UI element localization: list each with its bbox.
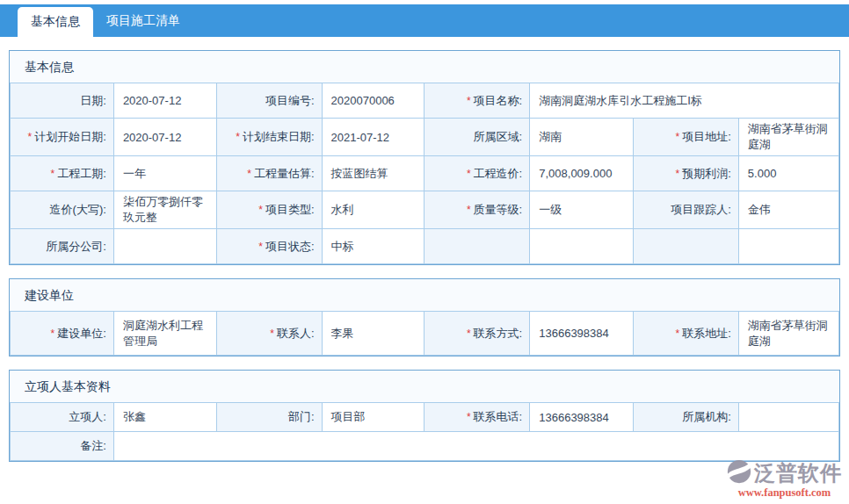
label-project-status-text: 项目状态:	[265, 240, 315, 253]
required-asterisk: *	[51, 168, 55, 180]
value-quantity-estimate: 按蓝图结算	[322, 156, 424, 191]
value-plan-end-date: 2021-07-12	[322, 119, 424, 156]
label-organization-text: 所属机构:	[682, 410, 731, 423]
label-project-tracker: 项目跟踪人:	[634, 191, 739, 229]
table-row: 备注:	[11, 432, 839, 461]
value-project-tracker: 金伟	[738, 191, 838, 229]
label-construction-unit: *建设单位:	[11, 312, 114, 356]
label-expected-profit-text: 预期利润:	[682, 167, 731, 180]
value-cost-in-words: 柒佰万零捌仟零玖元整	[113, 191, 216, 229]
label-cost-in-words: 造价(大写):	[11, 191, 114, 229]
fanpu-watermark: 泛普软件 www.fanpusoft.com	[727, 459, 842, 500]
label-project-tracker-text: 项目跟踪人:	[671, 203, 731, 216]
label-contact-method: *联系方式:	[424, 312, 530, 356]
required-asterisk: *	[28, 131, 33, 143]
label-quantity-estimate-text: 工程量估算:	[254, 167, 315, 180]
required-asterisk: *	[258, 241, 263, 253]
value-project-duration: 一年	[113, 156, 216, 191]
label-contact-address: *联系地址:	[634, 312, 739, 356]
value-applicant: 张鑫	[113, 403, 216, 432]
label-quantity-estimate: *工程量估算:	[216, 156, 322, 191]
value-empty-1	[530, 229, 634, 264]
label-contact-phone-text: 联系电话:	[474, 410, 523, 423]
value-department: 项目部	[322, 403, 424, 432]
tab-basic-info[interactable]: 基本信息	[18, 7, 93, 37]
required-asterisk: *	[467, 328, 471, 340]
value-contact-method: 13666398384	[530, 312, 634, 356]
label-cost-in-words-text: 造价(大写):	[50, 203, 106, 216]
required-asterisk: *	[467, 168, 471, 180]
label-project-code: 项目编号:	[216, 83, 322, 119]
required-asterisk: *	[236, 131, 240, 143]
watermark-brand-text: 泛普软件	[754, 462, 842, 485]
label-quality-grade: *质量等级:	[424, 191, 530, 229]
section-applicant-info-title: 立项人基本资料	[10, 371, 839, 402]
value-quality-grade: 一级	[530, 191, 634, 229]
label-contact-person-text: 联系人:	[277, 327, 315, 340]
value-project-address: 湖南省茅草街洞庭湖	[738, 119, 838, 156]
label-project-name-text: 项目名称:	[474, 94, 523, 107]
label-project-code-text: 项目编号:	[265, 94, 315, 107]
section-construction-unit-title: 建设单位	[10, 279, 839, 311]
value-contact-phone: 13666398384	[530, 403, 634, 432]
required-asterisk: *	[467, 95, 471, 107]
section-construction-unit: 建设单位 *建设单位: 洞庭湖水利工程管理局 *联系人: 李果 *联系方式: 1…	[9, 278, 840, 356]
required-asterisk: *	[247, 168, 251, 180]
label-project-address-text: 项目地址:	[682, 130, 731, 143]
required-asterisk: *	[676, 131, 680, 143]
label-project-type: *项目类型:	[216, 191, 322, 229]
tab-project-construction-list[interactable]: 项目施工清单	[93, 4, 193, 37]
required-asterisk: *	[676, 328, 680, 340]
table-row: 所属分公司: *项目状态: 中标	[11, 229, 839, 264]
label-contact-method-text: 联系方式:	[474, 327, 523, 340]
value-date: 2020-07-12	[113, 83, 216, 119]
watermark-url-text: www.fanpusoft.com	[727, 486, 842, 500]
label-plan-start-date: *计划开始日期:	[11, 119, 114, 156]
table-row: *工程工期: 一年 *工程量估算: 按蓝图结算 *工程造价: 7,008,009…	[11, 156, 839, 191]
label-organization: 所属机构:	[634, 403, 739, 432]
label-project-type-text: 项目类型:	[265, 203, 315, 216]
table-row: 立项人: 张鑫 部门: 项目部 *联系电话: 13666398384 所属机构:	[11, 403, 839, 432]
label-project-cost: *工程造价:	[424, 156, 530, 191]
label-contact-address-text: 联系地址:	[682, 327, 731, 340]
required-asterisk: *	[467, 411, 471, 423]
table-row: *计划开始日期: 2020-07-12 *计划结束日期: 2021-07-12 …	[11, 119, 839, 156]
label-project-duration-text: 工程工期:	[57, 167, 106, 180]
section-basic-info: 基本信息 日期: 2020-07-12 项目编号: 2020070006 *项目…	[9, 50, 840, 265]
required-asterisk: *	[676, 168, 680, 180]
label-contact-phone: *联系电话:	[424, 403, 530, 432]
table-row: *建设单位: 洞庭湖水利工程管理局 *联系人: 李果 *联系方式: 136663…	[11, 312, 839, 356]
label-contact-person: *联系人:	[216, 312, 322, 356]
value-project-type: 水利	[322, 191, 424, 229]
value-remark	[113, 432, 838, 461]
construction-unit-table: *建设单位: 洞庭湖水利工程管理局 *联系人: 李果 *联系方式: 136663…	[10, 311, 839, 356]
label-branch-company-text: 所属分公司:	[46, 240, 106, 253]
label-plan-end-date: *计划结束日期:	[216, 119, 322, 156]
required-asterisk: *	[270, 328, 274, 340]
value-region: 湖南	[530, 119, 634, 156]
value-expected-profit: 5.000	[738, 156, 838, 191]
label-project-status: *项目状态:	[216, 229, 322, 264]
tab-bar: 基本信息 项目施工清单	[0, 4, 849, 37]
label-applicant-text: 立项人:	[69, 410, 106, 423]
label-project-address: *项目地址:	[634, 119, 739, 156]
label-branch-company: 所属分公司:	[11, 229, 114, 264]
applicant-info-table: 立项人: 张鑫 部门: 项目部 *联系电话: 13666398384 所属机构:…	[10, 402, 839, 461]
value-branch-company	[113, 229, 216, 264]
page-content: 基本信息 日期: 2020-07-12 项目编号: 2020070006 *项目…	[9, 50, 840, 462]
basic-info-table: 日期: 2020-07-12 项目编号: 2020070006 *项目名称: 湖…	[10, 83, 839, 264]
section-basic-info-title: 基本信息	[10, 51, 839, 83]
value-project-name: 湖南洞庭湖水库引水工程施工I标	[530, 83, 839, 119]
label-region: 所属区域:	[424, 119, 530, 156]
label-region-text: 所属区域:	[474, 130, 523, 143]
label-expected-profit: *预期利润:	[634, 156, 739, 191]
label-date-text: 日期:	[80, 94, 106, 107]
value-plan-start-date: 2020-07-12	[113, 119, 216, 156]
label-department: 部门:	[216, 403, 322, 432]
label-empty-2	[634, 229, 739, 264]
label-plan-end-date-text: 计划结束日期:	[243, 130, 315, 143]
label-project-name: *项目名称:	[424, 83, 530, 119]
required-asterisk: *	[51, 328, 55, 340]
value-contact-person: 李果	[322, 312, 424, 356]
label-project-cost-text: 工程造价:	[474, 167, 523, 180]
